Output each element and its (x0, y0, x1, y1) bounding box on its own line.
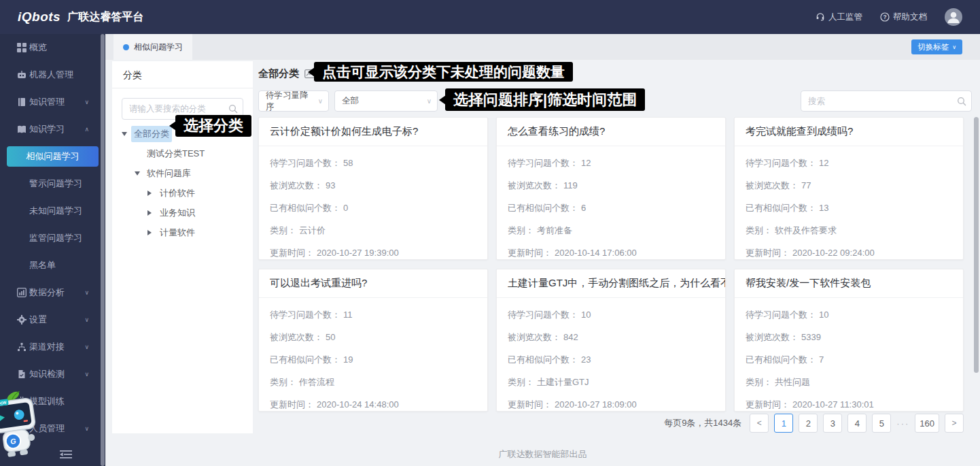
card-stat-row: 待学习问题个数：10 (508, 303, 714, 326)
card-title: 云计价定额计价如何生成电子标? (259, 118, 487, 146)
time-range-select[interactable]: 全部 ∨ (334, 90, 438, 112)
card-stat-row: 更新时间：2020-10-27 11:30:01 (746, 393, 952, 412)
sidebar-item-label: 数据分析 (29, 286, 65, 299)
sidebar-item-overview[interactable]: 概览 (0, 34, 105, 61)
sidebar-item-robot-management[interactable]: 机器人管理 (0, 61, 105, 88)
chevron-down-icon: ∨ (84, 371, 89, 378)
chevron-down-icon: ∨ (952, 44, 956, 50)
tree-node-label: 计量软件 (157, 224, 198, 241)
sidebar-item-knowledge-management[interactable]: 知识管理∨ (0, 88, 105, 116)
card-title: 考完试就能查到成绩吗? (735, 118, 963, 146)
tab-label: 相似问题学习 (134, 41, 183, 53)
page-button-2[interactable]: 2 (799, 414, 818, 433)
question-card[interactable]: 帮我安装/发一下软件安装包待学习问题个数：10被浏览次数：5339已有相似问个数… (734, 269, 964, 412)
tree-collapsed-arrow-icon[interactable] (147, 210, 157, 216)
page-button-5[interactable]: 5 (872, 414, 891, 433)
card-stat-row: 被浏览次数：5339 (746, 326, 952, 348)
user-avatar[interactable] (945, 8, 962, 26)
tab-bar: 相似问题学习 切换标签 ∨ (105, 34, 980, 60)
tree-node-measurement-software[interactable]: 计量软件 (112, 222, 253, 242)
tab-similar-question-learning[interactable]: 相似问题学习 (113, 34, 192, 60)
sort-select[interactable]: 待学习量降序 ∨ (258, 90, 329, 112)
chevron-down-icon: ∨ (84, 289, 89, 296)
chevron-down-icon: ∨ (318, 97, 323, 105)
card-title: 帮我安装/发一下软件安装包 (735, 269, 963, 298)
stat-value: 11 (343, 310, 353, 320)
sidebar-item-warning-question-learning[interactable]: 警示问题学习 (0, 170, 105, 197)
stat-label: 被浏览次数： (508, 331, 561, 344)
card-stat-row: 更新时间：2020-10-22 09:24:00 (746, 242, 952, 260)
question-card[interactable]: 土建计量GTJ中，手动分割图纸之后，为什么看不...待学习问题个数：10被浏览次… (496, 269, 726, 412)
app-header: iQbots 广联达睿答平台 人工监管 ? 帮助文档 (0, 0, 980, 34)
help-docs-link[interactable]: ? 帮助文档 (880, 12, 927, 23)
tree-collapsed-arrow-icon[interactable] (147, 230, 157, 235)
question-card[interactable]: 云计价定额计价如何生成电子标?待学习问题个数：58被浏览次数：93已有相似问个数… (258, 117, 488, 260)
sidebar-item-knowledge-learning[interactable]: 知识学习∧ (0, 116, 105, 143)
stat-value: 12 (581, 158, 591, 168)
sidebar-item-supervised-question-learning[interactable]: 监管问题学习 (0, 224, 105, 252)
sidebar-item-unknown-question-learning[interactable]: 未知问题学习 (0, 197, 105, 224)
stat-label: 被浏览次数： (270, 331, 323, 344)
tree-node-label: 业务知识 (157, 205, 198, 221)
sidebar: 概览机器人管理知识管理∨知识学习∧相似问题学习警示问题学习未知问题学习监管问题学… (0, 34, 105, 466)
card-stat-row: 已有相似问个数：0 (270, 197, 476, 219)
card-stat-row: 已有相似问个数：6 (508, 197, 714, 219)
switch-tag-button[interactable]: 切换标签 ∨ (911, 39, 962, 54)
sidebar-item-similar-question-learning[interactable]: 相似问题学习 (7, 146, 99, 167)
tree-collapsed-arrow-icon[interactable] (147, 190, 157, 196)
tree-node-test-category[interactable]: 测试分类TEST (112, 144, 253, 163)
sidebar-item-label: 机器人管理 (29, 69, 73, 81)
chevron-down-icon: ∨ (427, 97, 432, 105)
question-search-input[interactable] (801, 90, 972, 112)
manual-supervision-link[interactable]: 人工监管 (816, 12, 862, 23)
section-head: 全部分类 (258, 65, 315, 82)
annotation-unprocessed-hint: 点击可显示该分类下未处理的问题数量 (314, 62, 573, 82)
stat-label: 类别： (270, 224, 296, 237)
sidebar-item-label: 概览 (29, 41, 47, 54)
page-button-3[interactable]: 3 (823, 414, 842, 433)
question-card[interactable]: 可以退出考试重进吗?待学习问题个数：11被浏览次数：50已有相似问个数：19类别… (258, 269, 488, 412)
collapse-sidebar-icon[interactable] (60, 450, 73, 461)
sidebar-item-channel-integration[interactable]: 渠道对接∨ (0, 333, 105, 361)
search-icon (957, 97, 966, 106)
app-root: iQbots 广联达睿答平台 人工监管 ? 帮助文档 概览机器人管理知识管理∨知… (0, 0, 980, 466)
pagination-prev-button[interactable]: < (750, 414, 769, 433)
card-stat-row: 待学习问题个数：12 (508, 152, 714, 174)
sidebar-item-data-analysis[interactable]: 数据分析∨ (0, 279, 105, 306)
stat-value: 2020-10-27 11:30:01 (792, 399, 874, 410)
pagination-next-button[interactable]: > (945, 414, 964, 433)
sidebar-scrollbar[interactable] (101, 34, 105, 466)
stat-value: 10 (819, 310, 828, 320)
tree-node-pricing-software[interactable]: 计价软件 (112, 183, 253, 203)
tree-node-software-question-bank[interactable]: 软件问题库 (112, 163, 253, 183)
sidebar-item-label: 警示问题学习 (29, 178, 82, 190)
sidebar-item-knowledge-detection[interactable]: 知识检测∨ (0, 361, 105, 388)
stat-value: 2020-10-14 17:06:00 (555, 248, 637, 258)
person-icon (945, 8, 962, 26)
stat-value: 5339 (801, 332, 821, 342)
headset-icon (816, 12, 825, 22)
question-card[interactable]: 考完试就能查到成绩吗?待学习问题个数：12被浏览次数：77已有相似问个数：13类… (734, 117, 964, 260)
help-docs-label: 帮助文档 (893, 12, 927, 23)
page-button-4[interactable]: 4 (847, 414, 867, 433)
page-button-160[interactable]: 160 (915, 414, 939, 433)
sidebar-item-label: 知识管理 (29, 96, 65, 108)
card-body: 待学习问题个数：12被浏览次数：119已有相似问个数：6类别：考前准备更新时间：… (497, 146, 725, 260)
question-card[interactable]: 怎么查看练习的成绩?待学习问题个数：12被浏览次数：119已有相似问个数：6类别… (496, 117, 726, 260)
pagination-ellipsis[interactable]: ··· (896, 418, 909, 429)
chevron-up-icon: ∧ (84, 126, 89, 133)
stat-label: 被浏览次数： (270, 180, 323, 192)
card-stat-row: 待学习问题个数：11 (270, 303, 476, 326)
card-stat-row: 更新时间：2020-10-27 19:39:00 (270, 242, 476, 260)
tree-node-business-knowledge[interactable]: 业务知识 (112, 203, 253, 222)
card-stat-row: 类别：软件及作答要求 (746, 219, 952, 242)
stat-value: 13 (819, 203, 828, 213)
page-button-1[interactable]: 1 (774, 414, 793, 433)
tree-expanded-arrow-icon[interactable] (135, 171, 144, 176)
content-scrollbar[interactable] (974, 117, 979, 373)
sidebar-item-settings[interactable]: 设置∨ (0, 306, 105, 333)
stat-value: 2020-10-22 09:24:00 (792, 248, 875, 258)
card-stat-row: 类别：考前准备 (508, 219, 714, 242)
tree-expanded-arrow-icon[interactable] (122, 132, 131, 136)
sidebar-item-blacklist[interactable]: 黑名单 (0, 252, 105, 279)
